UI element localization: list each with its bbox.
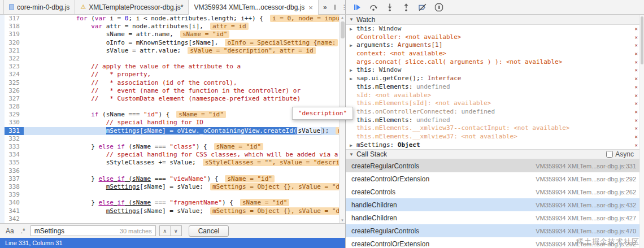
line-number[interactable]: 342 [5, 215, 24, 223]
line-number[interactable]: 327 [5, 95, 24, 103]
expander-icon[interactable]: ▶ [350, 142, 356, 150]
code-line[interactable]: 332 [0, 135, 345, 143]
cancel-button[interactable]: Cancel [189, 225, 229, 237]
scroll-up-icon[interactable]: ▲ [340, 16, 345, 19]
code-line[interactable]: 333 } else if (sName === "class") {sName… [0, 143, 345, 151]
scrollbar-thumb[interactable] [641, 16, 643, 64]
call-stack-frame[interactable]: createRegularControlsVM359934 XMLTem...s… [346, 159, 644, 172]
code-line[interactable]: 336 [0, 167, 345, 175]
delete-watch-icon[interactable]: ✕ [635, 58, 638, 67]
line-number[interactable]: 341 [5, 207, 24, 215]
delete-watch-icon[interactable]: ✕ [635, 116, 638, 125]
code-line[interactable]: 334 // special handling for CSS classes,… [0, 151, 345, 159]
call-stack-frame[interactable]: createControlsVM359934 XMLTem...sor-dbg.… [346, 185, 644, 198]
search-input[interactable] [31, 227, 120, 235]
watch-item[interactable]: ▶arguments: Arguments[1]✕ [346, 41, 644, 50]
async-checkbox[interactable] [606, 151, 613, 158]
next-match-button[interactable]: ∨ [171, 226, 181, 236]
line-number[interactable]: 319 [5, 31, 24, 38]
watch-item[interactable]: this.mElements: undefined✕ [346, 116, 644, 125]
line-number[interactable]: 324 [5, 71, 24, 79]
deactivate-breakpoints-icon[interactable] [418, 3, 427, 12]
watch-item[interactable]: this.mElements.__xmlview37: <not availab… [346, 133, 644, 141]
step-over-icon[interactable] [369, 3, 378, 12]
code-line[interactable]: 341 mSettings[sName] = sValue;mSettings … [0, 207, 345, 215]
line-number[interactable]: 320 [5, 39, 24, 47]
watch-item[interactable]: ▶sap.ui.getCore();: Interface✕ [346, 75, 644, 83]
watch-item[interactable]: this.mElements[sId]: <not available>✕ [346, 99, 644, 108]
line-number[interactable]: 339 [5, 191, 24, 199]
watch-item[interactable]: ▶mSettings: Object✕ [346, 141, 644, 150]
line-number[interactable]: 323 [5, 63, 24, 71]
delete-watch-icon[interactable]: ✕ [635, 99, 638, 108]
delete-watch-icon[interactable]: ✕ [635, 133, 638, 141]
tab-overflow-icon[interactable]: » [319, 3, 332, 11]
code-line[interactable]: 326 // * event (name of the function in … [0, 87, 345, 95]
watch-item[interactable]: this.onControllerConnected: undefined✕ [346, 108, 644, 116]
line-number[interactable]: 335 [5, 159, 24, 167]
delete-watch-icon[interactable]: ✕ [635, 50, 638, 58]
sidebar-scrollbar[interactable] [639, 15, 644, 248]
code-line[interactable]: 321 sValue = attr.value;sValue = "descri… [0, 47, 345, 55]
code-line[interactable]: 335 sStyleClasses += sValue;sStyleClasse… [0, 159, 345, 167]
pause-on-exceptions-icon[interactable] [434, 3, 443, 12]
call-stack-frame[interactable]: createRegularControlsVM359934 XMLTem...s… [346, 224, 644, 237]
line-number[interactable]: 325 [5, 79, 24, 87]
call-stack-frame[interactable]: createControlOrExtensionVM359934 XMLTem.… [346, 172, 644, 185]
scroll-down-icon[interactable]: ▼ [340, 219, 345, 222]
line-number[interactable]: 340 [5, 199, 24, 207]
line-number[interactable]: 322 [5, 55, 24, 63]
previous-match-button[interactable]: ∧ [160, 226, 171, 236]
watch-item[interactable]: ▶this: Window✕ [346, 66, 644, 75]
delete-watch-icon[interactable]: ✕ [635, 108, 638, 116]
call-stack-frame[interactable]: handleChildrenVM359934 XMLTem...sor-dbg.… [346, 198, 644, 211]
line-number[interactable]: 330 [5, 119, 24, 127]
watch-item[interactable]: context: <not available>✕ [346, 50, 644, 58]
expander-icon[interactable]: ▶ [350, 25, 356, 33]
watch-item[interactable]: oController: <not available>✕ [346, 33, 644, 42]
code-line[interactable]: 331 mSettings[sName] = oView._oContainin… [0, 127, 345, 135]
watch-item[interactable]: args.concat( slice.call( arguments ) ): … [346, 58, 644, 67]
watch-item[interactable]: this.mElements: undefined✕ [346, 83, 644, 92]
delete-watch-icon[interactable]: ✕ [635, 124, 638, 133]
code-line[interactable]: 323 // apply the value of the attribute … [0, 63, 345, 71]
code-line[interactable]: 319 sName = attr.name,sName = "id" [0, 31, 345, 38]
pretty-print-icon[interactable] [334, 5, 336, 10]
code-line[interactable]: 339 [0, 191, 345, 199]
delete-watch-icon[interactable]: ✕ [635, 41, 638, 50]
expander-icon[interactable]: ▶ [350, 42, 356, 50]
code-line[interactable]: 338 mSettings[sName] = sValue;mSettings … [0, 183, 345, 191]
delete-watch-icon[interactable]: ✕ [635, 83, 638, 92]
watch-item[interactable]: ▶this: Window✕ [346, 25, 644, 33]
line-number[interactable]: 332 [5, 135, 24, 143]
code-line[interactable]: 342 [0, 215, 345, 223]
tab-xmltemplateprocessor-dbg-js-[interactable]: ⚠XMLTemplateProcessor-dbg.js* [75, 0, 189, 14]
expander-icon[interactable]: ▶ [350, 67, 356, 75]
code-line[interactable]: 322 [0, 55, 345, 63]
delete-watch-icon[interactable]: ✕ [635, 75, 638, 83]
code-line[interactable]: 320 oInfo = mKnownSettings[sName],oInfo … [0, 39, 345, 47]
line-number[interactable]: 334 [5, 151, 24, 159]
step-into-icon[interactable] [385, 3, 394, 12]
code-line[interactable]: 337 } else if (sName === "viewName") {sN… [0, 175, 345, 183]
tab-vm359934-xmltem-ocessor-dbg-js[interactable]: VM359934 XMLTem...ocessor-dbg.js× [189, 0, 318, 15]
scrollbar-thumb[interactable] [341, 21, 345, 38]
resume-icon[interactable] [353, 3, 362, 12]
watch-item[interactable]: this.mElements.__xmlview37--contactInput… [346, 124, 644, 133]
line-number[interactable]: 331 [5, 127, 24, 135]
delete-watch-icon[interactable]: ✕ [635, 92, 638, 100]
expander-icon[interactable]: ▶ [350, 75, 356, 83]
watch-item[interactable]: sId: <not available>✕ [346, 92, 644, 100]
code-line[interactable]: 327 // * CustomData element (namespace-p… [0, 95, 345, 103]
code-line[interactable]: 330 // special handling for ID [0, 119, 345, 127]
watch-section-header[interactable]: ▼ Watch [346, 15, 644, 25]
line-number[interactable]: 318 [5, 23, 24, 31]
line-number[interactable]: 338 [5, 183, 24, 191]
code-line[interactable]: 325 // * association (id of the control)… [0, 79, 345, 87]
line-number[interactable]: 317 [5, 15, 24, 23]
breakpoint-gutter[interactable] [0, 15, 5, 223]
close-tab-icon[interactable]: × [308, 4, 313, 11]
call-stack-frame[interactable]: handleChildrenVM359934 XMLTem...sor-dbg.… [346, 211, 644, 224]
tab-core-min-0-dbg-js[interactable]: core-min-0-dbg.js [3, 0, 75, 14]
line-number[interactable]: 329 [5, 111, 24, 119]
